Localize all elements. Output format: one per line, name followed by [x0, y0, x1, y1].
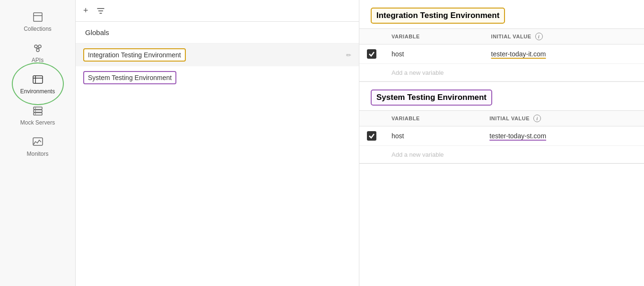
integration-add-checkbox-cell — [359, 64, 384, 81]
system-row1-initial-value[interactable]: tester-today-st.com — [482, 126, 644, 146]
system-row1-checkbox-cell — [359, 126, 384, 146]
svg-point-13 — [35, 108, 36, 109]
system-th-variable: VARIABLE — [384, 111, 482, 126]
system-row1-variable[interactable]: host — [384, 126, 482, 146]
table-row: host tester-today-st.com — [359, 126, 644, 146]
collections-icon — [31, 10, 44, 24]
middle-toolbar: + — [76, 0, 359, 22]
system-section-header: System Testing Environment — [359, 82, 644, 110]
system-add-checkbox-cell — [359, 146, 384, 163]
system-th-checkbox — [359, 111, 384, 126]
integration-title: Integration Testing Environment — [371, 8, 505, 24]
middle-panel: + Globals Integration Testing Environmen… — [76, 0, 359, 286]
mock-servers-icon — [31, 104, 44, 117]
system-section: System Testing Environment VARIABLE INIT… — [359, 82, 644, 164]
integration-th-initial-value: INITIAL VALUE i — [484, 29, 644, 45]
env-item-integration[interactable]: Integration Testing Environment ✏ — [76, 44, 359, 66]
integration-row1-initial-value[interactable]: tester-today-it.com — [484, 45, 644, 64]
table-row: Add a new variable — [359, 146, 644, 163]
svg-rect-12 — [34, 113, 42, 115]
svg-line-6 — [38, 48, 40, 49]
integration-section-header: Integration Testing Environment — [359, 0, 644, 28]
sidebar-item-mock-servers-label: Mock Servers — [20, 119, 55, 126]
integration-row1-checkbox-cell — [359, 45, 384, 64]
integration-row1-variable[interactable]: host — [384, 45, 484, 64]
svg-rect-10 — [34, 107, 42, 109]
sidebar-item-mock-servers[interactable]: Mock Servers — [0, 99, 75, 131]
system-title: System Testing Environment — [371, 89, 492, 106]
svg-point-4 — [36, 49, 39, 52]
integration-th-checkbox — [359, 29, 384, 45]
system-row1-checkbox[interactable] — [367, 131, 376, 141]
edit-icon-integration: ✏ — [346, 52, 351, 59]
sidebar-item-monitors[interactable]: Monitors — [0, 131, 75, 162]
sidebar-item-environments[interactable]: Environments — [0, 68, 75, 99]
integration-row1-checkbox[interactable] — [367, 49, 376, 59]
system-add-variable[interactable]: Add a new variable — [384, 146, 644, 163]
integration-table: VARIABLE INITIAL VALUE i — [359, 28, 644, 81]
sidebar: Collections APIs Environments Mock Serve… — [0, 0, 76, 286]
sidebar-item-environments-label: Environments — [20, 88, 55, 95]
apis-icon — [31, 42, 44, 55]
environment-list: Integration Testing Environment ✏ System… — [76, 44, 359, 89]
sidebar-item-apis-label: APIs — [32, 57, 44, 63]
system-table: VARIABLE INITIAL VALUE i — [359, 110, 644, 163]
svg-point-2 — [35, 45, 37, 48]
svg-rect-7 — [33, 76, 43, 83]
add-environment-button[interactable]: + — [82, 5, 89, 17]
svg-point-3 — [38, 45, 41, 48]
globals-item[interactable]: Globals — [76, 22, 359, 44]
info-icon-system[interactable]: i — [533, 115, 541, 122]
table-row: host tester-today-it.com — [359, 45, 644, 64]
svg-rect-0 — [34, 13, 42, 21]
info-icon-integration[interactable]: i — [535, 33, 543, 40]
env-label-integration: Integration Testing Environment — [83, 48, 186, 62]
sidebar-item-monitors-label: Monitors — [26, 151, 48, 157]
right-panel: Integration Testing Environment VARIABLE… — [359, 0, 644, 286]
env-item-system[interactable]: System Testing Environment — [76, 66, 359, 89]
integration-th-variable: VARIABLE — [384, 29, 484, 45]
svg-rect-11 — [34, 110, 42, 112]
monitors-icon — [31, 135, 44, 149]
integration-add-variable[interactable]: Add a new variable — [384, 64, 644, 81]
svg-line-5 — [36, 48, 38, 49]
table-row: Add a new variable — [359, 64, 644, 81]
svg-point-15 — [35, 114, 36, 115]
filter-button[interactable] — [95, 5, 106, 17]
system-th-initial-value: INITIAL VALUE i — [482, 111, 644, 126]
env-label-system: System Testing Environment — [83, 71, 176, 84]
sidebar-item-apis[interactable]: APIs — [0, 37, 75, 68]
integration-section: Integration Testing Environment VARIABLE… — [359, 0, 644, 82]
sidebar-item-collections-label: Collections — [24, 26, 52, 32]
sidebar-item-collections[interactable]: Collections — [0, 6, 75, 37]
environments-icon — [31, 73, 44, 86]
svg-point-14 — [35, 111, 36, 112]
